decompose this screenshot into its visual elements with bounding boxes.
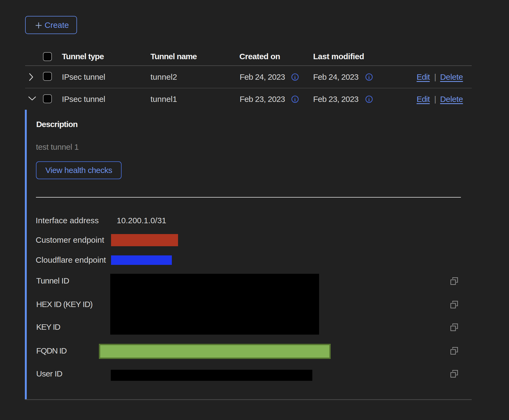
svg-text:i: i <box>294 97 296 102</box>
svg-text:i: i <box>368 75 370 80</box>
svg-text:i: i <box>368 97 370 102</box>
svg-text:i: i <box>294 75 296 80</box>
